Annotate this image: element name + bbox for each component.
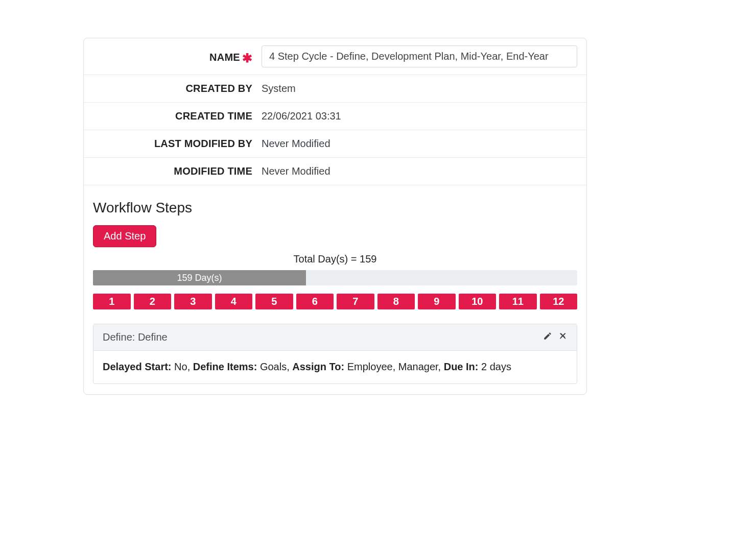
month-cell-3[interactable]: 3 — [174, 294, 212, 309]
name-label: NAME✱ — [93, 50, 262, 64]
month-row: 1 2 3 4 5 6 7 8 9 10 11 12 — [93, 294, 577, 309]
month-cell-2[interactable]: 2 — [134, 294, 172, 309]
month-cell-1[interactable]: 1 — [93, 294, 131, 309]
field-row-name: NAME✱ — [84, 38, 586, 75]
field-row-created-by: CREATED BY System — [84, 75, 586, 103]
pencil-icon — [543, 331, 552, 343]
month-cell-4[interactable]: 4 — [215, 294, 253, 309]
created-by-label: CREATED BY — [93, 83, 262, 94]
workflow-steps-heading: Workflow Steps — [93, 200, 577, 216]
progress-fill: 159 Day(s) — [93, 270, 306, 285]
month-cell-7[interactable]: 7 — [337, 294, 374, 309]
edit-step-button[interactable] — [543, 331, 552, 343]
total-days-label: Total Day(s) = 159 — [84, 247, 586, 270]
created-time-label: CREATED TIME — [93, 110, 262, 122]
define-items-label: Define Items: — [193, 361, 257, 372]
due-in-value: 2 days — [481, 361, 511, 372]
due-in-label: Due In: — [444, 361, 479, 372]
assign-to-value: Employee, Manager, — [347, 361, 441, 372]
month-cell-11[interactable]: 11 — [499, 294, 537, 309]
step-actions — [543, 331, 568, 343]
last-modified-by-label: LAST MODIFIED BY — [93, 138, 262, 150]
field-row-created-time: CREATED TIME 22/06/2021 03:31 — [84, 103, 586, 130]
month-cell-9[interactable]: 9 — [418, 294, 456, 309]
month-cell-5[interactable]: 5 — [255, 294, 293, 309]
delete-step-button[interactable] — [558, 331, 568, 343]
month-cell-8[interactable]: 8 — [377, 294, 415, 309]
workflow-steps-section: Workflow Steps Add Step — [84, 185, 586, 247]
close-icon — [558, 331, 568, 343]
field-row-modified-time: MODIFIED TIME Never Modified — [84, 158, 586, 185]
step-title: Define: Define — [103, 331, 543, 343]
assign-to-label: Assign To: — [292, 361, 344, 372]
delayed-start-label: Delayed Start: — [103, 361, 172, 372]
required-star-icon: ✱ — [242, 51, 252, 65]
add-step-button[interactable]: Add Step — [93, 225, 156, 247]
created-time-value: 22/06/2021 03:31 — [262, 110, 577, 122]
name-input[interactable] — [262, 45, 577, 67]
modified-time-label: MODIFIED TIME — [93, 165, 262, 177]
delayed-start-value: No, — [174, 361, 190, 372]
month-cell-12[interactable]: 12 — [540, 294, 578, 309]
field-row-last-modified-by: LAST MODIFIED BY Never Modified — [84, 130, 586, 158]
define-items-value: Goals, — [260, 361, 290, 372]
step-body: Delayed Start: No, Define Items: Goals, … — [93, 351, 577, 383]
step-header[interactable]: Define: Define — [93, 324, 577, 351]
month-cell-10[interactable]: 10 — [459, 294, 497, 309]
step-card-define: Define: Define Delayed Start: No, Define… — [93, 324, 577, 384]
month-cell-6[interactable]: 6 — [296, 294, 334, 309]
workflow-card: NAME✱ CREATED BY System CREATED TIME 22/… — [83, 38, 587, 395]
created-by-value: System — [262, 83, 577, 94]
modified-time-value: Never Modified — [262, 165, 577, 177]
progress-track: 159 Day(s) — [93, 270, 577, 285]
last-modified-by-value: Never Modified — [262, 138, 577, 150]
progress-label: 159 Day(s) — [177, 273, 222, 283]
